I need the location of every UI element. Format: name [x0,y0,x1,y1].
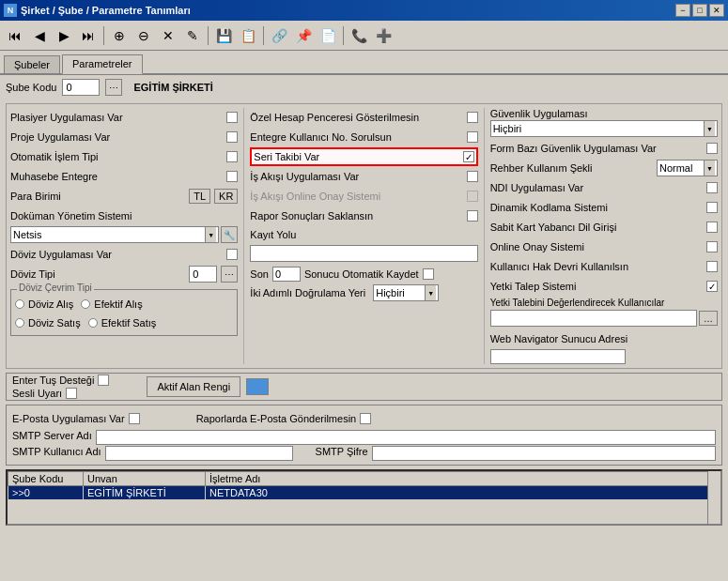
dinamik-checkbox[interactable] [706,202,718,213]
sonucu-otomatik-checkbox[interactable] [423,268,434,280]
is-akisi-checkbox[interactable] [467,171,478,182]
dokuman-dropdown-arrow: ▼ [205,227,216,242]
rehber-label: Rehber Kullanım Şekli [490,162,653,174]
branch-row: Şube Kodu ⋯ EGİTİM ŞİRKETİ [6,79,722,96]
toolbar-save-btn[interactable]: 💾 [212,24,235,47]
proje-checkbox[interactable] [226,131,238,143]
guvenlik-dropdown[interactable]: Hiçbiri ▼ [490,120,718,137]
smtp-server-input[interactable] [96,430,716,445]
kayit-yolu-row: Kayıt Yolu [250,226,477,243]
close-button[interactable]: ✕ [709,4,724,17]
seri-takibi-checkbox[interactable] [463,151,474,162]
maximize-button[interactable]: □ [692,4,707,17]
sube-kodu-label: Şube Kodu [6,82,56,93]
plasiyer-checkbox[interactable] [226,112,238,123]
toolbar-prev-btn[interactable]: ◀ [28,24,51,47]
toolbar-pin-btn[interactable]: 📌 [292,24,315,47]
raporlarda-eposta-checkbox[interactable] [360,413,371,424]
doviz-uyg-checkbox[interactable] [226,249,238,260]
doviz-alis-radio: Döviz Alış [15,298,73,310]
raporlarda-eposta-label: Raporlarda E-Posta Gönderilmesin [196,413,357,424]
tab-parametreler[interactable]: Parametreler [62,54,143,74]
toolbar-add-btn[interactable]: ⊕ [108,24,131,47]
ozel-hesap-checkbox[interactable] [467,112,478,123]
ndi-checkbox[interactable] [706,182,718,193]
sonucu-otomatik-label: Sonucu Otomatik Kaydet [304,268,419,280]
cell-sube-kodu: >>0 [8,486,84,500]
col-header-sube-kodu: Şube Kodu [8,472,84,486]
sube-kodu-input[interactable] [62,79,100,96]
form-bazli-checkbox[interactable] [706,143,718,154]
doviz-tipi-input[interactable] [189,266,217,283]
app-icon: N [4,4,17,17]
toolbar-copy-btn[interactable]: 📋 [237,24,259,47]
smtp-sifre-input[interactable] [372,446,716,461]
dokuman-dropdown[interactable]: Netsis ▼ [10,226,219,243]
sesli-uyari-checkbox[interactable] [66,388,77,399]
table-row[interactable]: >>0 EGİTİM ŞİRKETİ NETDATA30 [8,486,720,500]
sesli-uyari-label: Sesli Uyarı [12,388,62,399]
rapor-checkbox[interactable] [467,210,478,222]
otomatik-checkbox[interactable] [226,151,238,162]
sabit-kart-row: Sabit Kart Yabancı Dil Girişi [490,218,718,237]
kullanici-hak-checkbox[interactable] [706,261,718,272]
toolbar-plus-btn[interactable]: ➕ [372,24,395,47]
guvenlik-label: Güvenlik Uygulaması [490,108,718,119]
aktif-alan-color[interactable] [246,378,269,395]
rehber-dropdown[interactable]: Normal ▼ [657,160,718,176]
smtp-server-label: SMTP Server Adı [12,430,92,445]
sabit-kart-checkbox[interactable] [706,222,718,233]
tab-subeler[interactable]: Şubeler [4,55,60,73]
iki-adim-dropdown[interactable]: Hiçbiri ▼ [373,284,439,301]
toolbar-cancel-btn[interactable]: ✕ [157,24,179,47]
online-onay-checkbox[interactable] [706,241,718,252]
yetki-talep-checkbox[interactable] [706,281,718,292]
entegre-checkbox[interactable] [467,131,478,143]
sube-kodu-search-btn[interactable]: ⋯ [105,79,122,96]
iki-adim-dropdown-arrow: ▼ [425,285,436,300]
separator-2 [208,26,209,45]
kayit-yolu-input[interactable] [250,245,477,262]
doviz-tipi-btn[interactable]: ⋯ [221,266,238,283]
proje-label: Proje Uygulaması Var [10,131,223,143]
enter-tus-label: Enter Tuş Desteği [12,375,94,386]
col-header-unvan: Unvan [84,472,206,486]
doviz-alis-radio-btn[interactable] [15,299,24,309]
dokuman-icon-btn[interactable]: 🔧 [221,226,238,243]
eposta-uyg-label: E-Posta Uygulaması Var [12,413,125,424]
minimize-button[interactable]: − [675,4,690,17]
iki-adim-row: İki Adımlı Doğrulama Yeri Hiçbiri ▼ [250,284,477,301]
efektif-alis-radio-btn[interactable] [81,299,90,309]
seri-takibi-label: Seri Takibi Var [254,151,458,162]
enter-tus-checkbox[interactable] [98,375,109,386]
rapor-row: Rapor Sonuçları Saklansın [250,206,477,225]
yetki-degerlendirme-btn[interactable]: … [699,311,718,326]
para-birimi-row: Para Birimi TL KR [10,187,238,206]
toolbar-delete-btn[interactable]: ⊖ [132,24,155,47]
toolbar-next-btn[interactable]: ▶ [53,24,75,47]
yetki-talep-row: Yetki Talep Sistemi [490,277,718,296]
table-scrollbar[interactable] [707,471,720,524]
eposta-uyg-checkbox[interactable] [129,413,140,424]
efektif-alis-radio: Efektif Alış [81,298,142,310]
doviz-satis-radio-btn[interactable] [15,318,24,328]
enter-row: Enter Tuş Desteği Sesli Uyarı Aktif Alan… [12,377,716,396]
son-input[interactable] [272,267,301,282]
toolbar-edit-btn[interactable]: ✎ [181,24,204,47]
yetki-degerlendirme-input[interactable] [490,310,697,327]
efektif-satis-radio-btn[interactable] [88,318,98,328]
toolbar-doc-btn[interactable]: 📄 [317,24,339,47]
web-nav-input[interactable] [490,349,626,364]
toolbar-phone-btn[interactable]: 📞 [348,24,370,47]
toolbar-first-btn[interactable]: ⏮ [4,24,26,47]
ozel-hesap-label: Özel Hesap Penceresi Gösterilmesin [250,112,462,123]
kr-button[interactable]: KR [214,189,238,204]
smtp-kullanici-input[interactable] [105,446,293,461]
aktif-alan-button[interactable]: Aktif Alan Rengi [147,376,240,397]
table-wrapper: Şube Kodu Unvan İşletme Adı >>0 EGİTİM Ş… [6,469,722,526]
muhasebe-row: Muhasebe Entegre [10,167,238,186]
toolbar-link-btn[interactable]: 🔗 [268,24,290,47]
tl-button[interactable]: TL [189,189,210,204]
toolbar-last-btn[interactable]: ⏭ [77,24,100,47]
muhasebe-checkbox[interactable] [226,171,238,182]
